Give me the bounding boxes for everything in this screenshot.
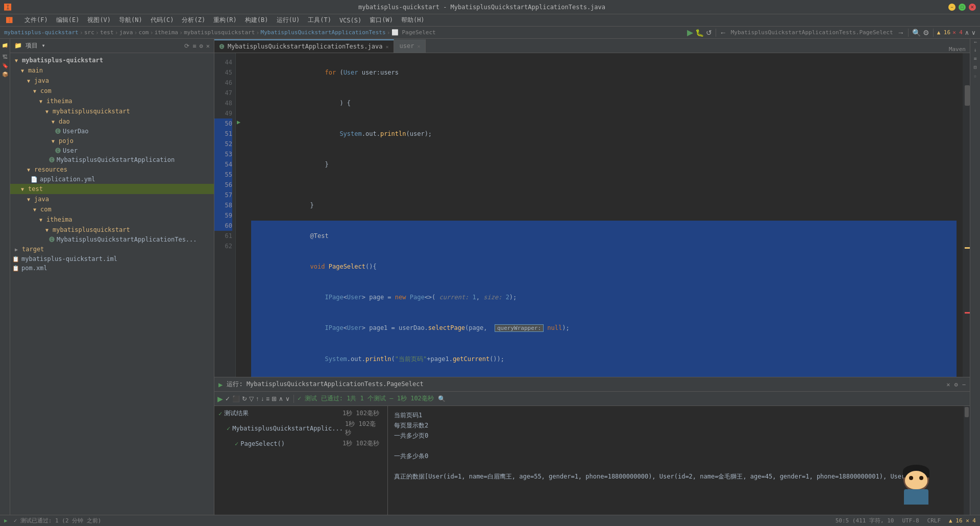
menu-help[interactable]: 帮助(H) xyxy=(397,15,429,26)
close-sidebar-icon[interactable]: ✕ xyxy=(206,42,210,50)
tree-item-mybatisplusquickstart[interactable]: ▼ mybatisplusquickstart xyxy=(10,106,214,116)
debug-button[interactable]: 🐛 xyxy=(695,29,704,37)
run-align-button[interactable]: ≡ xyxy=(266,395,270,402)
menu-edit[interactable]: 编辑(E) xyxy=(52,15,84,26)
tree-item-mybatisplus-quickstart[interactable]: ▼ mybatisplus-quickstart xyxy=(10,55,214,65)
tree-item-app[interactable]: 🅒 MybatisplusQuickstartApplication xyxy=(10,155,214,164)
search-button[interactable]: 🔍 xyxy=(912,29,921,37)
tree-item-pom[interactable]: 📋 pom.xml xyxy=(10,264,214,273)
activity-maven[interactable]: 📦 xyxy=(2,71,8,77)
run-item-class[interactable]: ✓ MybatisplusQuickstartApplic... 1秒 102毫… xyxy=(214,419,387,438)
tree-item-userdao[interactable]: 🅒 UserDao xyxy=(10,127,214,136)
menu-code[interactable]: 代码(C) xyxy=(146,15,178,26)
tree-item-test-itheima[interactable]: ▼ itheima xyxy=(10,214,214,225)
editor-scrollbar[interactable] xyxy=(963,53,970,377)
tree-item-iml[interactable]: 📋 mybatisplus-quickstart.iml xyxy=(10,254,214,264)
tree-item-user[interactable]: 🅒 User xyxy=(10,146,214,155)
run-down-button[interactable]: ∨ xyxy=(285,395,290,402)
settings-button[interactable]: ⚙ xyxy=(923,29,929,37)
menu-file[interactable]: 文件(F) xyxy=(20,15,52,26)
output-scroll-thumb[interactable] xyxy=(965,407,969,417)
run-search-button[interactable]: 🔍 xyxy=(438,395,446,402)
run-rerun-button[interactable]: ↻ xyxy=(242,395,247,402)
run-sort-desc-button[interactable]: ↓ xyxy=(261,395,264,402)
java-test-icon: 🅒 xyxy=(49,236,55,243)
menu-run[interactable]: 运行(U) xyxy=(273,15,304,26)
run-sort-asc-button[interactable]: ↑ xyxy=(256,395,259,402)
run-item-method[interactable]: ✓ PageSelect() 1秒 102毫秒 xyxy=(214,438,387,449)
tab-close-icon[interactable]: ✕ xyxy=(385,44,388,50)
tree-item-dao[interactable]: ▼ dao xyxy=(10,116,214,127)
menu-refactor[interactable]: 重构(R) xyxy=(209,15,241,26)
tree-item-main-java[interactable]: ▼ java xyxy=(10,76,214,86)
rerun-button[interactable]: ↺ xyxy=(706,29,712,37)
tree-item-com[interactable]: ▼ com xyxy=(10,86,214,96)
run-filter-button[interactable]: ▽ xyxy=(249,395,254,402)
run-item-root[interactable]: ✓ 测试结果 1秒 102毫秒 xyxy=(214,408,387,419)
activity-bookmark[interactable]: 🔖 xyxy=(2,63,8,68)
menu-navigate[interactable]: 导航(N) xyxy=(115,15,146,26)
tree-label: pojo xyxy=(59,137,74,145)
run-item-label: PageSelect() xyxy=(240,440,285,447)
close-button[interactable]: ✕ xyxy=(969,4,976,11)
scroll-thumb[interactable] xyxy=(965,85,970,106)
tree-item-resources[interactable]: ▼ resources xyxy=(10,164,214,175)
tree-item-test-com[interactable]: ▼ com xyxy=(10,204,214,214)
tree-item-pojo[interactable]: ▼ pojo xyxy=(10,136,214,146)
tree-item-itheima[interactable]: ▼ itheima xyxy=(10,96,214,106)
code-line-45: ) { xyxy=(251,88,957,118)
tab-main-test[interactable]: 🅒 MybatisplusQuickstartApplicationTests.… xyxy=(214,39,394,53)
run-arrow-51[interactable]: ▶ xyxy=(237,118,240,126)
menu-analyze[interactable]: 分析(Z) xyxy=(178,15,209,26)
code-content[interactable]: for (User user:users ) { System.out.prin… xyxy=(245,53,963,377)
hide-run-icon[interactable]: − xyxy=(962,381,966,388)
settings-run-icon[interactable]: ⚙ xyxy=(954,381,958,388)
run-button[interactable]: ▶ xyxy=(687,28,693,37)
run-header-close[interactable]: ✕ xyxy=(946,381,950,388)
right-icon-1[interactable]: ↑ xyxy=(972,41,978,44)
run-stop-button[interactable]: ⬛ xyxy=(232,395,240,402)
maven-label[interactable]: Maven xyxy=(949,46,966,53)
run-item-time: 1秒 102毫秒 xyxy=(345,420,383,437)
settings-icon[interactable]: ⚙ xyxy=(200,42,203,50)
run-again-button[interactable]: ▶ xyxy=(217,395,223,403)
expand-button[interactable]: ∧ xyxy=(965,29,969,36)
menu-build[interactable]: 构建(B) xyxy=(241,15,273,26)
run-up-button[interactable]: ∧ xyxy=(279,395,283,402)
tree-item-src[interactable]: ▼ main xyxy=(10,65,214,76)
minimize-button[interactable]: − xyxy=(948,4,955,11)
right-icon-5[interactable]: ☆ xyxy=(973,73,976,79)
code-line-52: IPage<User> page = new Page<>( current: … xyxy=(251,282,957,313)
output-scrollbar[interactable] xyxy=(964,406,970,515)
activity-project[interactable]: 📁 xyxy=(2,41,8,51)
folder-icon: ▼ xyxy=(31,205,39,213)
breadcrumb-test: test xyxy=(100,29,114,36)
nav-prev-button[interactable]: ← xyxy=(720,29,727,37)
sync-icon[interactable]: ⟳ xyxy=(184,42,189,50)
maximize-button[interactable]: □ xyxy=(959,4,966,11)
right-icon-4[interactable]: ⊟ xyxy=(973,64,976,70)
tab-close-icon[interactable]: ✕ xyxy=(417,43,420,49)
sidebar-icons: ⟳ ≡ ⚙ ✕ xyxy=(184,42,210,50)
menu-vcs[interactable]: VCS(S) xyxy=(335,16,365,25)
right-icon-3[interactable]: ≡ xyxy=(973,56,976,61)
activity-structure[interactable]: 🏗 xyxy=(3,54,8,60)
tree-item-test-folder[interactable]: ▼ test xyxy=(10,184,214,194)
run-panel: ▶ 运行: MybatisplusQuickstartApplicationTe… xyxy=(214,377,970,515)
collapse-all-icon[interactable]: ≡ xyxy=(192,42,196,50)
run-check-button[interactable]: ✓ xyxy=(225,395,230,402)
tab-user[interactable]: user ✕ xyxy=(394,39,426,53)
tree-item-target[interactable]: ▶ target xyxy=(10,244,214,254)
menu-window[interactable]: 窗口(W) xyxy=(365,15,397,26)
right-icon-2[interactable]: ↓ xyxy=(973,47,976,53)
run-export-button[interactable]: ⊞ xyxy=(272,395,277,402)
java-file-icon: 🅒 xyxy=(55,148,61,154)
tree-item-test-java[interactable]: ▼ java xyxy=(10,194,214,204)
menu-tools[interactable]: 工具(T) xyxy=(304,15,335,26)
menu-view[interactable]: 视图(V) xyxy=(83,15,115,26)
tree-item-appyml[interactable]: 📄 application.yml xyxy=(10,175,214,184)
collapse-button[interactable]: ∨ xyxy=(971,29,976,36)
tree-item-test-pkg[interactable]: ▼ mybatisplusquickstart xyxy=(10,225,214,235)
tree-item-test-class[interactable]: 🅒 MybatisplusQuickstartApplicationTes... xyxy=(10,235,214,244)
nav-next-button[interactable]: → xyxy=(897,29,904,37)
